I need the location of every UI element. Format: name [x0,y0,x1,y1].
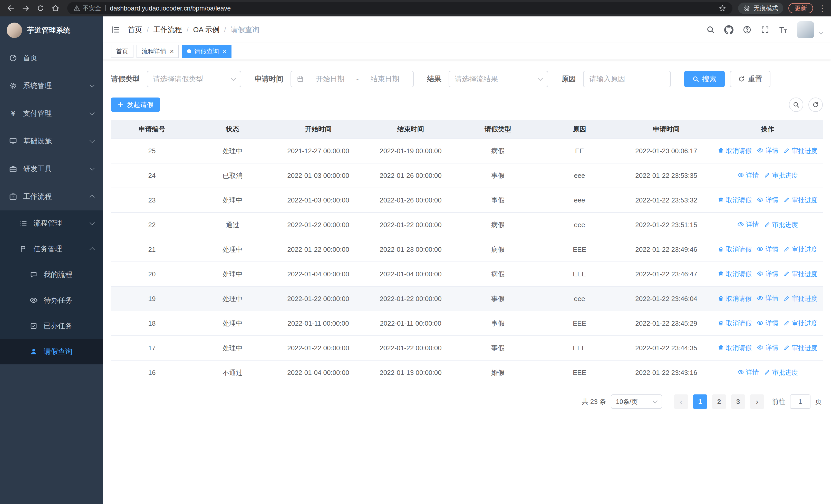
tab-home[interactable]: 首页 [111,45,134,58]
apply-time-range-picker[interactable]: 开始日期 - 结束日期 [290,71,414,87]
cancel-leave-link[interactable]: 取消请假 [718,147,752,155]
approval-progress-link[interactable]: 审批进度 [783,196,818,204]
approval-progress-link[interactable]: 审批进度 [783,319,818,327]
approval-progress-link[interactable]: 审批进度 [764,171,798,180]
approval-progress-link[interactable]: 审批进度 [764,368,798,377]
leave-type-select[interactable]: 请选择请假类型 [147,71,241,87]
approval-progress-link[interactable]: 审批进度 [783,294,818,303]
detail-link[interactable]: 详情 [757,245,778,253]
page-button-3[interactable]: 3 [731,394,745,409]
cancel-leave-link[interactable]: 取消请假 [718,245,752,254]
filter-result: 结果 请选择流结果 [427,71,548,87]
cell-apply-time: 2022-01-22 23:45:29 [620,311,712,336]
cell-apply-time: 2022-01-22 23:51:15 [620,212,712,237]
approval-progress-link[interactable]: 审批进度 [783,270,818,278]
warning-icon [74,5,80,11]
toggle-search-button[interactable] [789,97,803,112]
trash-icon [718,271,724,277]
cell-status: 处理中 [193,287,272,311]
approval-progress-link[interactable]: 审批进度 [783,147,818,155]
cancel-leave-link[interactable]: 取消请假 [718,319,752,327]
cell-reason: EEE [539,237,620,262]
search-button[interactable]: 搜索 [684,71,725,87]
sidebar-toggle-icon[interactable] [111,25,120,34]
cell-apply-id: 20 [111,262,193,287]
github-icon[interactable] [724,25,734,34]
sidebar-item-todo-tasks[interactable]: 待办任务 [0,288,103,313]
tab-leave-query[interactable]: 请假查询 × [182,45,231,58]
cancel-leave-link[interactable]: 取消请假 [718,294,752,303]
tab-process-detail[interactable]: 流程详情 × [137,45,179,58]
reload-icon[interactable] [34,2,47,14]
home-icon[interactable] [49,2,62,14]
approval-progress-link[interactable]: 审批进度 [764,220,798,229]
address-bar[interactable]: 不安全 dashboard.yudao.iocoder.cn/bpm/oa/le… [67,2,733,14]
security-warning[interactable]: 不安全 [74,4,101,12]
prev-page-button[interactable]: ‹ [674,394,688,409]
sidebar-item-workflow[interactable]: 工作流程 [0,183,103,210]
omnibox-divider [105,5,106,11]
cancel-leave-link[interactable]: 取消请假 [718,344,752,352]
sidebar-item-my-processes[interactable]: 我的流程 [0,262,103,288]
app-logo[interactable]: 芋道管理系统 [0,17,103,44]
sidebar-item-dev-tools[interactable]: 研发工具 [0,155,103,183]
sidebar-item-done-tasks[interactable]: 已办任务 [0,313,103,339]
page-button-1[interactable]: 1 [693,394,707,409]
font-size-icon[interactable] [779,25,788,34]
detail-link[interactable]: 详情 [757,146,778,155]
approval-progress-link[interactable]: 审批进度 [783,344,818,352]
eye-icon [757,245,764,252]
leave-table: 申请编号 状态 开始时间 结束时间 请假类型 原因 申请时间 操作 25处理中2… [111,120,823,385]
refresh-table-button[interactable] [808,97,823,112]
incognito-icon [743,5,750,12]
close-icon[interactable]: × [170,48,174,55]
help-icon[interactable] [743,25,751,34]
sidebar-item-system-mgmt[interactable]: 系统管理 [0,72,103,99]
search-icon[interactable] [706,25,715,34]
reset-button[interactable]: 重置 [730,71,770,87]
chevron-down-icon[interactable] [819,30,824,35]
detail-link[interactable]: 详情 [757,343,778,352]
reason-input[interactable] [583,71,671,87]
back-icon[interactable] [5,2,17,14]
page-button-2[interactable]: 2 [712,394,726,409]
detail-link[interactable]: 详情 [737,220,759,229]
forward-icon[interactable] [20,2,32,14]
sidebar-item-task-mgmt[interactable]: 任务管理 [0,236,103,262]
active-dot-icon [187,49,191,53]
table-row: 23处理中2022-01-03 00:00:002022-01-26 00:00… [111,188,823,212]
detail-link[interactable]: 详情 [737,368,759,377]
detail-link[interactable]: 详情 [737,171,759,179]
next-page-button[interactable]: › [750,394,764,409]
sidebar-item-leave-query[interactable]: 请假查询 [0,339,103,364]
tab-label: 流程详情 [142,47,166,55]
cell-status: 不通过 [193,360,272,385]
close-icon[interactable]: × [223,48,226,55]
sidebar-item-infrastructure[interactable]: 基础设施 [0,127,103,155]
sidebar-item-process-mgmt[interactable]: 流程管理 [0,210,103,236]
reason-label: 原因 [562,74,576,84]
page-size-select[interactable]: 10条/页 [611,394,662,409]
detail-link[interactable]: 详情 [757,269,778,278]
browser-update-button[interactable]: 更新 [789,3,813,13]
sidebar-item-home[interactable]: 首页 [0,44,103,72]
user-avatar[interactable] [797,21,814,38]
cell-leave-type: 病假 [457,237,539,262]
result-select[interactable]: 请选择流结果 [449,71,548,87]
approval-progress-link[interactable]: 审批进度 [783,245,818,254]
breadcrumb-item[interactable]: 工作流程 [153,25,182,35]
sidebar-item-payment-mgmt[interactable]: ¥ 支付管理 [0,99,103,127]
cell-start-time: 2022-01-22 00:00:00 [272,336,365,360]
cancel-leave-link[interactable]: 取消请假 [718,196,752,204]
cancel-leave-link[interactable]: 取消请假 [718,270,752,278]
detail-link[interactable]: 详情 [757,319,778,327]
detail-link[interactable]: 详情 [757,294,778,302]
breadcrumb-item[interactable]: 首页 [128,25,142,35]
detail-link[interactable]: 详情 [757,196,778,204]
goto-page-input[interactable] [790,394,810,409]
fullscreen-icon[interactable] [761,25,769,34]
create-leave-button[interactable]: 发起请假 [111,97,160,112]
browser-menu-icon[interactable]: ⋮ [818,2,826,14]
bookmark-star-icon[interactable] [719,4,726,12]
breadcrumb-item[interactable]: OA 示例 [193,25,220,35]
